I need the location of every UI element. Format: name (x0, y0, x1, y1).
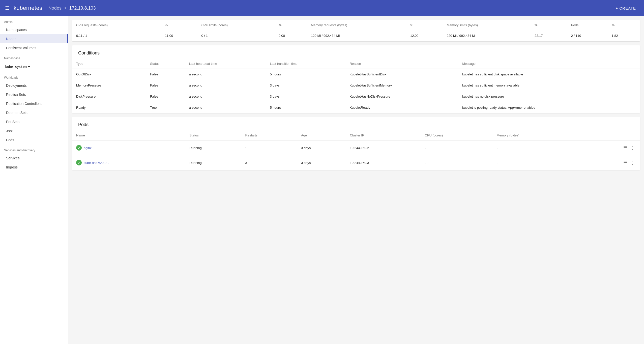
cond-type: DiskPressure (72, 91, 146, 102)
create-button[interactable]: + CREATE (612, 4, 639, 12)
sidebar-item-persistent-volumes[interactable]: Persistent Volumes (0, 43, 68, 52)
admin-section-label: Admin (0, 16, 68, 25)
pod-row: ✓ kube-dns-v20-9... Running 3 3 days 10.… (72, 155, 640, 170)
col-cpu-req: CPU requests (cores) (72, 20, 161, 30)
conditions-table: Type Status Last heartbeat time Last tra… (72, 59, 640, 113)
cpu-req-pct-val: 11.00 (161, 30, 197, 41)
pod-status-icon: ✓ (76, 160, 82, 165)
pods-col-actions (577, 130, 640, 140)
menu-icon[interactable]: ☰ (5, 5, 10, 11)
topbar: ☰ kubernetes Nodes > 172.19.8.103 + CREA… (0, 0, 644, 16)
cond-col-transition: Last transition time (266, 59, 346, 69)
cond-reason: KubeletHasNoDiskPressure (346, 91, 458, 102)
cond-message: kubelet has sufficient disk space availa… (458, 69, 640, 80)
breadcrumb-nodes-link[interactable]: Nodes (48, 6, 62, 11)
conditions-card: Conditions Type Status Last heartbeat ti… (72, 45, 640, 113)
pod-more-icon[interactable]: ⋮ (629, 144, 636, 152)
namespace-section-label: Namespace (0, 52, 68, 62)
pods-col-status: Status (185, 130, 241, 140)
pod-status: Running (185, 140, 241, 155)
sidebar-item-replication-controllers[interactable]: Replication Controllers (0, 99, 68, 108)
main-layout: Admin Namespaces Nodes Persistent Volume… (0, 16, 644, 344)
pod-cluster-ip: 10.244.160.3 (346, 155, 421, 170)
col-cpu-req-pct: % (161, 20, 197, 30)
pods-pct-val: 1.82 (607, 30, 640, 41)
pod-name-cell: ✓ kube-dns-v20-9... (72, 155, 185, 170)
mem-req-pct-val: 12.09 (406, 30, 443, 41)
pod-cpu: - (421, 155, 493, 170)
namespace-dropdown[interactable]: kube-system (4, 65, 31, 69)
col-cpu-lim-pct: % (275, 20, 307, 30)
pod-age: 3 days (297, 155, 346, 170)
resource-row: 0.11 / 1 11.00 0 / 1 0.00 120 Mi / 992.4… (72, 30, 640, 41)
services-section-label: Services and discovery (0, 145, 68, 154)
cond-status: False (146, 69, 185, 80)
pods-card: Pods Name Status Restarts Age Cluster IP… (72, 117, 640, 170)
workloads-section-label: Workloads (0, 72, 68, 81)
condition-row: OutOfDisk False a second 5 hours Kubelet… (72, 69, 640, 80)
namespace-selector[interactable]: kube-system (0, 63, 68, 71)
pod-cluster-ip: 10.244.160.2 (346, 140, 421, 155)
breadcrumb: Nodes > 172.19.8.103 (48, 6, 96, 11)
mem-req-val: 120 Mi / 992.434 Mi (307, 30, 406, 41)
pod-memory: - (493, 155, 578, 170)
pod-logs-icon[interactable]: ☰ (622, 144, 628, 152)
cond-message: kubelet has no disk pressure (458, 91, 640, 102)
sidebar-item-nodes[interactable]: Nodes (0, 34, 68, 43)
sidebar-item-deployments[interactable]: Deployments (0, 81, 68, 90)
cond-message: kubelet is posting ready status. AppArmo… (458, 102, 640, 113)
cond-heartbeat: a second (185, 102, 266, 113)
sidebar-item-services[interactable]: Services (0, 154, 68, 163)
sidebar-item-jobs[interactable]: Jobs (0, 126, 68, 135)
pod-age: 3 days (297, 140, 346, 155)
pod-link[interactable]: kube-dns-v20-9... (84, 161, 109, 165)
pods-col-age: Age (297, 130, 346, 140)
sidebar-item-ingress[interactable]: Ingress (0, 163, 68, 172)
cond-transition: 3 days (266, 91, 346, 102)
cond-transition: 5 hours (266, 69, 346, 80)
pod-restarts: 1 (241, 140, 297, 155)
pods-col-cpu: CPU (cores) (421, 130, 493, 140)
col-mem-req: Memory requests (bytes) (307, 20, 406, 30)
breadcrumb-current: 172.19.8.103 (69, 6, 96, 11)
mem-lim-pct-val: 22.17 (531, 30, 567, 41)
sidebar-item-pet-sets[interactable]: Pet Sets (0, 117, 68, 126)
pod-actions: ☰ ⋮ (577, 155, 640, 170)
pod-row: ✓ nginx Running 1 3 days 10.244.160.2 - … (72, 140, 640, 155)
col-cpu-lim: CPU limits (cores) (197, 20, 274, 30)
sidebar-item-pods[interactable]: Pods (0, 135, 68, 145)
pod-memory: - (493, 140, 578, 155)
pod-more-icon[interactable]: ⋮ (629, 159, 636, 166)
cpu-req-val: 0.11 / 1 (72, 30, 161, 41)
cond-reason: KubeletHasSufficientMemory (346, 80, 458, 91)
sidebar-item-daemon-sets[interactable]: Daemon Sets (0, 108, 68, 117)
pods-table: Name Status Restarts Age Cluster IP CPU … (72, 130, 640, 170)
pod-link[interactable]: nginx (84, 146, 92, 150)
cond-heartbeat: a second (185, 80, 266, 91)
pods-col-name: Name (72, 130, 185, 140)
col-mem-lim-pct: % (531, 20, 567, 30)
cond-transition: 5 hours (266, 102, 346, 113)
sidebar-item-replica-sets[interactable]: Replica Sets (0, 90, 68, 99)
pods-title: Pods (72, 117, 640, 127)
pod-status-icon: ✓ (76, 145, 82, 151)
sidebar-item-namespaces[interactable]: Namespaces (0, 25, 68, 34)
cond-heartbeat: a second (185, 69, 266, 80)
cond-col-heartbeat: Last heartbeat time (185, 59, 266, 69)
cond-col-type: Type (72, 59, 146, 69)
cond-type: MemoryPressure (72, 80, 146, 91)
col-pods: Pods (567, 20, 608, 30)
cond-col-message: Message (458, 59, 640, 69)
cpu-lim-pct-val: 0.00 (275, 30, 307, 41)
pod-logs-icon[interactable]: ☰ (622, 159, 628, 166)
pod-cpu: - (421, 140, 493, 155)
cpu-lim-val: 0 / 1 (197, 30, 274, 41)
pods-col-restarts: Restarts (241, 130, 297, 140)
cond-col-reason: Reason (346, 59, 458, 69)
col-mem-lim: Memory limits (bytes) (443, 20, 531, 30)
sidebar: Admin Namespaces Nodes Persistent Volume… (0, 16, 68, 344)
pod-restarts: 3 (241, 155, 297, 170)
pods-col-cluster-ip: Cluster IP (346, 130, 421, 140)
cond-heartbeat: a second (185, 91, 266, 102)
cond-transition: 3 days (266, 80, 346, 91)
